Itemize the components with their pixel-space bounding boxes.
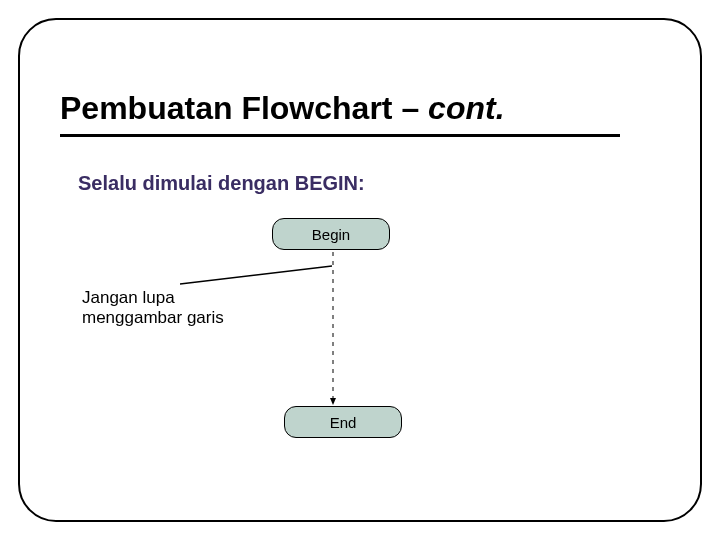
title-underline — [60, 134, 620, 137]
subtitle-text: Selalu dimulai dengan BEGIN: — [78, 172, 365, 195]
title-cont: cont. — [428, 90, 504, 126]
slide-title: Pembuatan Flowchart – cont. — [60, 90, 620, 127]
annotation-line2: menggambar garis — [82, 308, 224, 327]
end-label: End — [330, 414, 357, 431]
flowchart-end-terminator: End — [284, 406, 402, 438]
title-main: Pembuatan Flowchart – — [60, 90, 428, 126]
annotation-line1: Jangan lupa — [82, 288, 175, 307]
begin-label: Begin — [312, 226, 350, 243]
slide: Pembuatan Flowchart – cont. Selalu dimul… — [0, 0, 720, 540]
annotation-text: Jangan lupa menggambar garis — [82, 288, 252, 329]
flowchart-begin-terminator: Begin — [272, 218, 390, 250]
